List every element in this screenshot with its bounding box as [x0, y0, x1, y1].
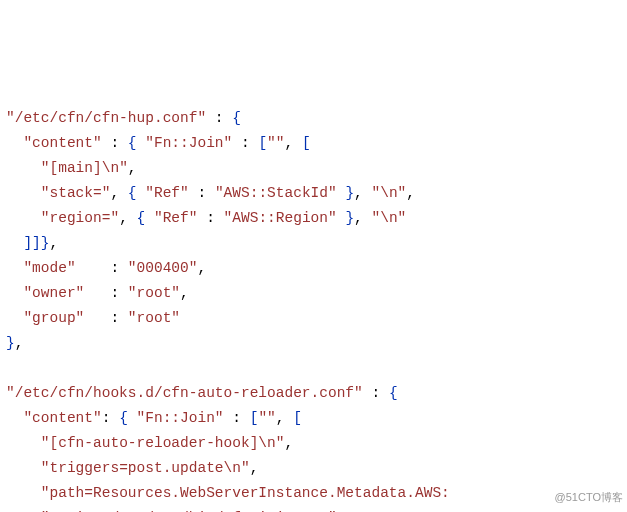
- token: [6, 260, 23, 276]
- token: [128, 410, 137, 426]
- token: "path=Resources.WebServerInstance.Metada…: [41, 485, 450, 501]
- watermark: @51CTO博客: [555, 485, 623, 510]
- token: "triggers=post.update\n": [41, 460, 250, 476]
- token: "AWS::StackId": [215, 185, 337, 201]
- token: ,: [110, 185, 127, 201]
- token: [137, 135, 146, 151]
- token: [6, 435, 41, 451]
- token: "content": [23, 135, 101, 151]
- token: "root": [128, 285, 180, 301]
- token: ,: [250, 460, 259, 476]
- token: "group": [23, 310, 84, 326]
- token: :: [224, 410, 250, 426]
- token: ,: [276, 410, 293, 426]
- token: "root": [128, 310, 180, 326]
- token: "Ref": [145, 185, 189, 201]
- token: :: [189, 185, 215, 201]
- token: "mode": [23, 260, 75, 276]
- token: [6, 185, 41, 201]
- token: [6, 160, 41, 176]
- token: ,: [284, 435, 293, 451]
- token: "content": [23, 410, 101, 426]
- token: ,: [119, 210, 136, 226]
- token: "\n": [372, 210, 407, 226]
- token: [6, 485, 41, 501]
- token: [145, 210, 154, 226]
- token: "[main]\n": [41, 160, 128, 176]
- token: :: [76, 260, 128, 276]
- token: {: [119, 410, 128, 426]
- token: "Fn::Join": [137, 410, 224, 426]
- token: ,: [406, 185, 415, 201]
- token: [6, 285, 23, 301]
- token: "/etc/cfn/hooks.d/cfn-auto-reloader.conf…: [6, 385, 363, 401]
- token: ,: [15, 335, 24, 351]
- token: ,: [284, 135, 301, 151]
- token: :: [84, 285, 128, 301]
- token: :: [84, 310, 128, 326]
- token: "/etc/cfn/cfn-hup.conf": [6, 110, 206, 126]
- token: "AWS::Region": [224, 210, 337, 226]
- token: [6, 210, 41, 226]
- token: ,: [354, 210, 371, 226]
- token: "Fn::Join": [145, 135, 232, 151]
- token: {: [137, 210, 146, 226]
- token: "[cfn-auto-reloader-hook]\n": [41, 435, 285, 451]
- token: :: [102, 410, 119, 426]
- token: "\n": [372, 185, 407, 201]
- token: ,: [180, 285, 189, 301]
- token: ,: [50, 235, 59, 251]
- token: "": [258, 410, 275, 426]
- token: :: [232, 135, 258, 151]
- token: [: [302, 135, 311, 151]
- token: [6, 410, 23, 426]
- token: ,: [197, 260, 206, 276]
- token: [: [293, 410, 302, 426]
- token: [6, 135, 23, 151]
- token: [6, 460, 41, 476]
- token: [6, 310, 23, 326]
- token: {: [128, 185, 137, 201]
- token: [6, 360, 15, 376]
- token: "": [267, 135, 284, 151]
- token: ,: [354, 185, 371, 201]
- token: :: [206, 110, 232, 126]
- token: "region=": [41, 210, 119, 226]
- code-block: "/etc/cfn/cfn-hup.conf" : { "content" : …: [6, 106, 627, 512]
- token: "owner": [23, 285, 84, 301]
- token: :: [197, 210, 223, 226]
- token: ]]}: [23, 235, 49, 251]
- token: "stack=": [41, 185, 111, 201]
- token: [: [258, 135, 267, 151]
- token: }: [345, 185, 354, 201]
- token: [137, 185, 146, 201]
- token: "000400": [128, 260, 198, 276]
- token: ,: [128, 160, 137, 176]
- token: :: [102, 135, 128, 151]
- token: {: [232, 110, 241, 126]
- token: }: [6, 335, 15, 351]
- token: "Ref": [154, 210, 198, 226]
- token: {: [389, 385, 398, 401]
- token: }: [345, 210, 354, 226]
- token: {: [128, 135, 137, 151]
- token: [6, 235, 23, 251]
- token: :: [363, 385, 389, 401]
